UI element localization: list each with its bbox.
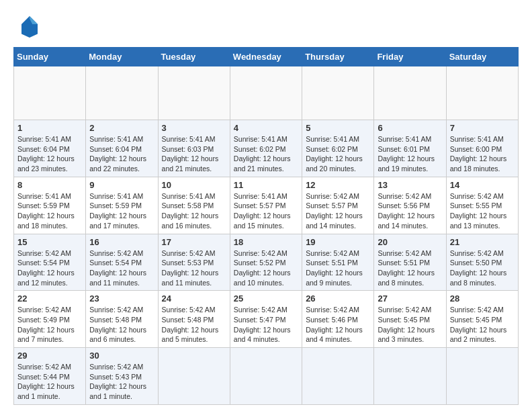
col-header-friday: Friday xyxy=(374,48,446,66)
day-cell: 18 Sunrise: 5:42 AMSunset: 5:52 PMDaylig… xyxy=(230,234,302,291)
week-row-0 xyxy=(14,66,519,120)
day-cell: 10 Sunrise: 5:41 AMSunset: 5:58 PMDaylig… xyxy=(158,177,230,234)
week-row-2: 8 Sunrise: 5:41 AMSunset: 5:59 PMDayligh… xyxy=(14,177,519,234)
day-info: Sunrise: 5:41 AMSunset: 5:59 PMDaylight:… xyxy=(17,192,75,230)
day-cell: 27 Sunrise: 5:42 AMSunset: 5:45 PMDaylig… xyxy=(374,291,446,348)
day-cell: 13 Sunrise: 5:42 AMSunset: 5:56 PMDaylig… xyxy=(374,177,446,234)
day-info: Sunrise: 5:41 AMSunset: 6:04 PMDaylight:… xyxy=(89,135,146,173)
day-cell: 25 Sunrise: 5:42 AMSunset: 5:47 PMDaylig… xyxy=(230,291,302,348)
day-cell xyxy=(302,66,374,120)
day-number: 19 xyxy=(306,237,370,247)
day-number: 28 xyxy=(450,293,515,304)
day-cell: 11 Sunrise: 5:41 AMSunset: 5:57 PMDaylig… xyxy=(230,177,302,234)
day-cell: 1 Sunrise: 5:41 AMSunset: 6:04 PMDayligh… xyxy=(14,120,86,177)
day-info: Sunrise: 5:41 AMSunset: 5:59 PMDaylight:… xyxy=(89,192,146,230)
day-number: 14 xyxy=(450,180,515,190)
week-row-3: 15 Sunrise: 5:42 AMSunset: 5:54 PMDaylig… xyxy=(14,234,519,291)
day-number: 7 xyxy=(450,123,515,133)
day-info: Sunrise: 5:41 AMSunset: 5:57 PMDaylight:… xyxy=(234,192,291,230)
day-info: Sunrise: 5:42 AMSunset: 5:50 PMDaylight:… xyxy=(450,249,507,287)
day-cell: 21 Sunrise: 5:42 AMSunset: 5:50 PMDaylig… xyxy=(446,234,518,291)
day-info: Sunrise: 5:42 AMSunset: 5:53 PMDaylight:… xyxy=(162,249,219,287)
day-cell: 26 Sunrise: 5:42 AMSunset: 5:46 PMDaylig… xyxy=(302,291,374,348)
header-row: SundayMondayTuesdayWednesdayThursdayFrid… xyxy=(14,48,519,66)
day-number: 23 xyxy=(89,293,154,304)
day-info: Sunrise: 5:42 AMSunset: 5:48 PMDaylight:… xyxy=(162,306,219,343)
day-cell: 8 Sunrise: 5:41 AMSunset: 5:59 PMDayligh… xyxy=(14,177,86,234)
day-cell: 7 Sunrise: 5:41 AMSunset: 6:00 PMDayligh… xyxy=(446,120,518,177)
day-info: Sunrise: 5:42 AMSunset: 5:54 PMDaylight:… xyxy=(17,249,75,287)
col-header-wednesday: Wednesday xyxy=(230,48,302,66)
day-info: Sunrise: 5:41 AMSunset: 6:02 PMDaylight:… xyxy=(306,135,363,173)
day-number: 21 xyxy=(450,237,515,247)
day-info: Sunrise: 5:42 AMSunset: 5:51 PMDaylight:… xyxy=(306,249,363,287)
logo xyxy=(13,13,43,40)
day-number: 11 xyxy=(234,180,298,190)
day-info: Sunrise: 5:42 AMSunset: 5:57 PMDaylight:… xyxy=(306,192,363,230)
day-cell xyxy=(230,66,302,120)
day-cell: 17 Sunrise: 5:42 AMSunset: 5:53 PMDaylig… xyxy=(158,234,230,291)
day-cell xyxy=(14,66,86,120)
day-cell: 24 Sunrise: 5:42 AMSunset: 5:48 PMDaylig… xyxy=(158,291,230,348)
day-cell: 23 Sunrise: 5:42 AMSunset: 5:48 PMDaylig… xyxy=(86,291,158,348)
day-info: Sunrise: 5:42 AMSunset: 5:45 PMDaylight:… xyxy=(378,306,435,343)
day-info: Sunrise: 5:41 AMSunset: 6:01 PMDaylight:… xyxy=(378,135,435,173)
day-number: 29 xyxy=(17,351,82,361)
day-cell xyxy=(230,348,302,405)
day-number: 1 xyxy=(17,123,82,133)
day-cell xyxy=(302,348,374,405)
day-info: Sunrise: 5:42 AMSunset: 5:47 PMDaylight:… xyxy=(234,306,291,343)
day-cell: 15 Sunrise: 5:42 AMSunset: 5:54 PMDaylig… xyxy=(14,234,86,291)
col-header-sunday: Sunday xyxy=(14,48,86,66)
day-cell xyxy=(446,66,518,120)
day-number: 9 xyxy=(89,180,154,190)
day-info: Sunrise: 5:41 AMSunset: 5:58 PMDaylight:… xyxy=(162,192,219,230)
day-cell xyxy=(374,348,446,405)
logo-icon xyxy=(13,13,40,40)
day-info: Sunrise: 5:42 AMSunset: 5:44 PMDaylight:… xyxy=(17,363,75,400)
day-info: Sunrise: 5:42 AMSunset: 5:46 PMDaylight:… xyxy=(306,306,363,343)
day-cell: 2 Sunrise: 5:41 AMSunset: 6:04 PMDayligh… xyxy=(86,120,158,177)
day-info: Sunrise: 5:42 AMSunset: 5:54 PMDaylight:… xyxy=(89,249,146,287)
day-info: Sunrise: 5:42 AMSunset: 5:51 PMDaylight:… xyxy=(378,249,435,287)
day-number: 30 xyxy=(89,351,154,361)
day-info: Sunrise: 5:41 AMSunset: 6:00 PMDaylight:… xyxy=(450,135,507,173)
day-info: Sunrise: 5:41 AMSunset: 6:03 PMDaylight:… xyxy=(162,135,219,173)
day-cell: 5 Sunrise: 5:41 AMSunset: 6:02 PMDayligh… xyxy=(302,120,374,177)
day-cell: 22 Sunrise: 5:42 AMSunset: 5:49 PMDaylig… xyxy=(14,291,86,348)
day-number: 8 xyxy=(17,180,82,190)
page-header xyxy=(13,13,519,40)
week-row-4: 22 Sunrise: 5:42 AMSunset: 5:49 PMDaylig… xyxy=(14,291,519,348)
week-row-1: 1 Sunrise: 5:41 AMSunset: 6:04 PMDayligh… xyxy=(14,120,519,177)
day-info: Sunrise: 5:42 AMSunset: 5:48 PMDaylight:… xyxy=(89,306,146,343)
day-number: 13 xyxy=(378,180,442,190)
day-cell xyxy=(158,66,230,120)
day-info: Sunrise: 5:41 AMSunset: 6:02 PMDaylight:… xyxy=(234,135,291,173)
day-number: 17 xyxy=(162,237,226,247)
day-number: 20 xyxy=(378,237,442,247)
day-cell: 6 Sunrise: 5:41 AMSunset: 6:01 PMDayligh… xyxy=(374,120,446,177)
day-cell xyxy=(158,348,230,405)
day-number: 2 xyxy=(89,123,154,133)
day-cell: 19 Sunrise: 5:42 AMSunset: 5:51 PMDaylig… xyxy=(302,234,374,291)
day-info: Sunrise: 5:42 AMSunset: 5:56 PMDaylight:… xyxy=(378,192,435,230)
day-cell: 30 Sunrise: 5:42 AMSunset: 5:43 PMDaylig… xyxy=(86,348,158,405)
day-cell: 12 Sunrise: 5:42 AMSunset: 5:57 PMDaylig… xyxy=(302,177,374,234)
day-number: 16 xyxy=(89,237,154,247)
day-cell: 14 Sunrise: 5:42 AMSunset: 5:55 PMDaylig… xyxy=(446,177,518,234)
day-info: Sunrise: 5:42 AMSunset: 5:45 PMDaylight:… xyxy=(450,306,507,343)
calendar-table: SundayMondayTuesdayWednesdayThursdayFrid… xyxy=(13,47,519,405)
day-number: 22 xyxy=(17,293,82,304)
col-header-monday: Monday xyxy=(86,48,158,66)
day-cell: 28 Sunrise: 5:42 AMSunset: 5:45 PMDaylig… xyxy=(446,291,518,348)
col-header-tuesday: Tuesday xyxy=(158,48,230,66)
day-info: Sunrise: 5:42 AMSunset: 5:52 PMDaylight:… xyxy=(234,249,291,287)
day-number: 5 xyxy=(306,123,370,133)
day-cell: 16 Sunrise: 5:42 AMSunset: 5:54 PMDaylig… xyxy=(86,234,158,291)
day-cell: 29 Sunrise: 5:42 AMSunset: 5:44 PMDaylig… xyxy=(14,348,86,405)
day-info: Sunrise: 5:41 AMSunset: 6:04 PMDaylight:… xyxy=(17,135,75,173)
day-info: Sunrise: 5:42 AMSunset: 5:55 PMDaylight:… xyxy=(450,192,507,230)
day-number: 15 xyxy=(17,237,82,247)
day-cell: 4 Sunrise: 5:41 AMSunset: 6:02 PMDayligh… xyxy=(230,120,302,177)
day-number: 4 xyxy=(234,123,298,133)
